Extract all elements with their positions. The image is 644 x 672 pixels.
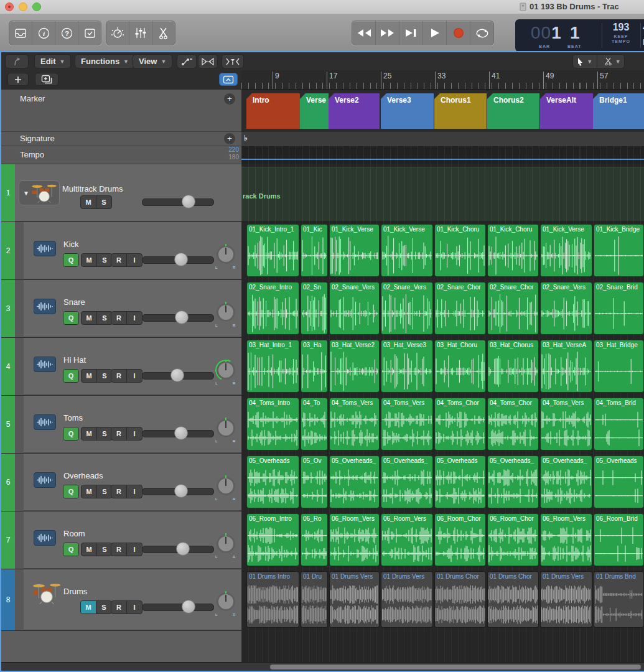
track-header-toms[interactable]: TomsQMSRI LR <box>24 396 241 453</box>
track-header-room[interactable]: RoomQMSRI LR <box>24 511 241 569</box>
input-monitor-button[interactable]: I <box>127 254 142 266</box>
close-button[interactable] <box>5 2 14 11</box>
marker-versealt[interactable]: VerseAlt <box>540 93 593 129</box>
pan-knob[interactable] <box>217 419 235 437</box>
record-enable-button[interactable]: R <box>111 543 127 556</box>
volume-slider[interactable] <box>142 604 214 611</box>
volume-slider-thumb[interactable] <box>170 368 184 382</box>
volume-slider-thumb[interactable] <box>175 310 189 324</box>
track-header-drums[interactable]: DrumsMSRI LR <box>24 569 241 630</box>
pan-knob[interactable] <box>217 361 235 380</box>
audio-region[interactable]: 01 Drums Vers <box>329 571 380 628</box>
pan-knob[interactable] <box>217 303 235 322</box>
rewind-button[interactable] <box>352 21 376 45</box>
record-enable-button[interactable]: R <box>111 254 127 266</box>
audio-region[interactable]: 02_Sn <box>301 282 328 335</box>
volume-slider-thumb[interactable] <box>182 600 195 614</box>
audio-region[interactable]: 01 Dru <box>301 571 328 628</box>
solo-button[interactable]: S <box>97 485 112 498</box>
audio-region[interactable]: 02_Snare_Vers <box>329 282 380 335</box>
marker-chorus2[interactable]: Chorus2 <box>487 93 539 129</box>
help-button[interactable]: ? <box>55 21 78 45</box>
audio-region[interactable]: 06_Room_Vers <box>540 513 592 566</box>
marker-intro[interactable]: Intro <box>246 93 300 129</box>
audio-region[interactable]: 03_Hat_VerseA <box>540 340 592 393</box>
solo-button[interactable]: S <box>97 370 112 382</box>
audio-region[interactable]: 03_Hat_Chorus <box>487 340 539 393</box>
audio-region[interactable]: 06_Room_Vers <box>381 513 433 566</box>
record-enable-button[interactable]: R <box>111 427 127 440</box>
marker-verse3[interactable]: Verse3 <box>381 93 434 129</box>
record-enable-button[interactable]: R <box>111 312 127 324</box>
track-name[interactable]: Overheads <box>63 471 103 480</box>
edit-menu[interactable]: Edit▼ <box>34 54 71 68</box>
audio-region[interactable]: 03_Hat_Verse2 <box>329 340 380 393</box>
audio-region[interactable]: 02_Snare_Intro <box>246 282 299 335</box>
mute-button[interactable]: M <box>82 543 97 556</box>
record-enable-button[interactable]: R <box>111 370 127 382</box>
audio-region[interactable]: 03_Hat_Choru <box>434 340 486 393</box>
quantize-button[interactable]: Q <box>63 543 78 556</box>
library-button[interactable] <box>9 21 32 45</box>
audio-region[interactable]: 05_Overheads_ <box>540 455 592 508</box>
flex-button[interactable] <box>198 54 218 68</box>
audio-region[interactable]: 05_Overheads_ <box>487 455 539 508</box>
audio-region[interactable]: 03_Hat_Bridge <box>594 340 644 393</box>
audio-region[interactable]: 01_Kick_Bridge <box>594 224 644 277</box>
editors-button[interactable] <box>152 21 175 45</box>
audio-region[interactable]: 05_Ov <box>301 455 328 508</box>
audio-region[interactable]: 03_Hat_Intro_1 <box>246 340 299 393</box>
add-signature-button[interactable]: + <box>224 133 235 144</box>
audio-region[interactable]: 03_Ha <box>301 340 328 393</box>
audio-region[interactable]: 04_To <box>301 398 328 450</box>
track-name[interactable]: Room <box>63 529 85 538</box>
audio-region[interactable]: 06_Room_Chor <box>434 513 486 566</box>
fullscreen-button[interactable] <box>32 2 41 11</box>
track-name[interactable]: Drums <box>63 587 87 596</box>
audio-region[interactable]: 01 Drums Chor <box>487 571 539 628</box>
forward-button[interactable] <box>376 21 399 45</box>
input-monitor-button[interactable]: I <box>127 601 142 614</box>
audio-region[interactable]: 01_Kick_Choru <box>434 224 486 277</box>
record-enable-button[interactable]: R <box>111 485 127 498</box>
audio-region[interactable]: 05_Overheads_ <box>381 455 433 508</box>
marker-track-header[interactable]: Marker + <box>1 90 241 132</box>
audio-region[interactable]: 02_Snare_Chor <box>434 282 486 335</box>
audio-region[interactable]: 04_Toms_Vers <box>540 398 592 450</box>
horizontal-scrollbar-thumb[interactable] <box>270 665 641 670</box>
tempo-lane[interactable] <box>241 146 644 165</box>
input-monitor-button[interactable]: I <box>127 485 142 498</box>
solo-button[interactable]: S <box>96 196 111 208</box>
audio-region[interactable]: 04_Toms_Vers <box>381 398 433 450</box>
horizontal-scrollbar[interactable] <box>1 662 644 671</box>
automation-button[interactable] <box>177 54 197 68</box>
audio-region[interactable]: 04_Toms_Chor <box>434 398 486 450</box>
pan-knob[interactable] <box>217 477 235 495</box>
add-track-button[interactable] <box>7 73 29 86</box>
track-header-multitrack-drums[interactable]: ▼ Multitrack DrumsMS <box>15 164 241 222</box>
audio-region[interactable]: 06_Room_Intro <box>246 513 299 566</box>
audio-region[interactable]: 06_Ro <box>301 513 328 566</box>
go-to-end-button[interactable] <box>399 21 423 45</box>
play-button[interactable] <box>423 21 447 45</box>
volume-slider[interactable] <box>142 198 214 206</box>
audio-region[interactable]: 01_Kic <box>301 224 328 277</box>
mute-button[interactable]: M <box>82 370 97 382</box>
tempo-track-header[interactable]: Tempo 220 180 <box>1 146 241 164</box>
minimize-button[interactable] <box>19 2 27 11</box>
quick-help-button[interactable]: i <box>32 21 55 45</box>
audio-region[interactable]: 04_Toms_Brid <box>594 398 644 450</box>
input-monitor-button[interactable]: I <box>127 370 142 382</box>
disclosure-and-icon-box[interactable]: ▼ <box>19 180 60 205</box>
audio-region[interactable]: 01_Kick_Verse <box>540 224 592 277</box>
audio-region[interactable]: 01 Drums Vers <box>540 571 592 628</box>
functions-menu[interactable]: Functions▼ <box>75 54 135 68</box>
list-editors-button[interactable] <box>78 21 101 45</box>
audio-region[interactable]: 01_Kick_Verse <box>381 224 433 277</box>
mute-button[interactable]: M <box>82 485 97 498</box>
audio-region[interactable]: 06_Room_Chor <box>487 513 539 566</box>
volume-slider-thumb[interactable] <box>174 426 188 440</box>
track-header-kick[interactable]: KickQMSRI LR <box>24 222 241 279</box>
track-name[interactable]: Toms <box>63 413 83 422</box>
marker-chorus1[interactable]: Chorus1 <box>434 93 487 129</box>
